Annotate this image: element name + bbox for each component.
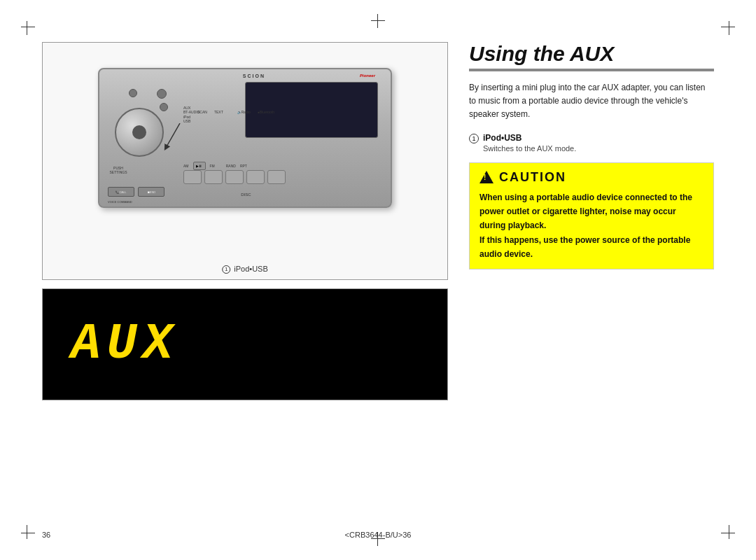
left-column: SCION Pioneer	[42, 42, 448, 518]
radio-body: SCION Pioneer	[98, 68, 392, 208]
annotation-circle-1: 1	[222, 265, 230, 274]
preset-btn-3[interactable]	[225, 170, 244, 184]
preset-btn-5[interactable]	[267, 170, 286, 184]
page-number: 36	[42, 531, 50, 539]
radio-list-btn[interactable]	[157, 89, 167, 99]
ipod-usb-radio-label: iPodUSB	[183, 115, 190, 123]
aux-display-panel: AUX	[42, 288, 448, 400]
description-text: By inserting a mini plug into the car AU…	[469, 81, 714, 122]
call-end-row: 📞 CALL ⏹ END	[108, 187, 164, 197]
radio-power-btn[interactable]	[129, 89, 137, 97]
preset-btn-1[interactable]	[183, 170, 202, 184]
aux-display-text: AUX	[71, 316, 178, 373]
radio-device: SCION Pioneer	[54, 54, 436, 236]
corner-mark-tl	[21, 21, 38, 38]
step-1-item: 1 iPod•USB Switches to the AUX mode.	[469, 133, 714, 153]
disc-label: DISC	[241, 192, 251, 197]
am-fm-row: AM ▶⏸ FM RAND RPT	[183, 162, 247, 170]
caution-body-text: When using a portable audio device conne…	[479, 190, 704, 262]
caution-header: CAUTION	[479, 170, 704, 185]
step-1-label: iPod•USB	[483, 133, 576, 143]
corner-mark-br	[718, 522, 735, 539]
annotation-label: 1 iPod•USB	[222, 265, 268, 274]
svg-line-0	[166, 123, 180, 148]
radio-preset-buttons	[183, 170, 286, 184]
scion-brand-label: SCION	[243, 74, 265, 78]
footer-text: <CRB3644-B/U>36	[345, 531, 412, 539]
page-title: Using the AUX	[469, 42, 714, 71]
radio-main-knob[interactable]	[115, 108, 164, 157]
push-settings-label: PUSH SETTINGS	[108, 166, 129, 174]
caution-box: CAUTION When using a portable audio devi…	[469, 162, 714, 270]
crosshair-top	[371, 14, 385, 28]
call-btn[interactable]: 📞 CALL	[108, 187, 134, 197]
radio-panel: SCION Pioneer	[42, 42, 448, 280]
voice-command-label: VOICE COMMAND	[108, 200, 132, 204]
right-column: Using the AUX By inserting a mini plug i…	[448, 42, 714, 518]
step-1-content: iPod•USB Switches to the AUX mode.	[483, 133, 576, 153]
play-pause-btn[interactable]: ▶⏸	[193, 162, 206, 170]
corner-mark-tr	[718, 21, 735, 38]
caution-triangle-icon	[479, 171, 493, 183]
end-btn[interactable]: ⏹ END	[138, 187, 164, 197]
preset-btn-2[interactable]	[204, 170, 223, 184]
pioneer-brand-label: Pioneer	[360, 74, 375, 78]
radio-scan-text-row: SCAN TEXT 🔊Radio ●Bluetooth	[197, 110, 274, 114]
annotation-text: iPod•USB	[234, 265, 268, 273]
corner-mark-bl	[21, 522, 38, 539]
radio-esc-btn[interactable]	[160, 103, 168, 111]
step-1-sublabel: Switches to the AUX mode.	[483, 144, 576, 153]
step-1-circle: 1	[469, 134, 479, 144]
preset-btn-4[interactable]	[246, 170, 265, 184]
caution-title-text: CAUTION	[499, 170, 566, 185]
annotation-arrow	[162, 123, 197, 154]
